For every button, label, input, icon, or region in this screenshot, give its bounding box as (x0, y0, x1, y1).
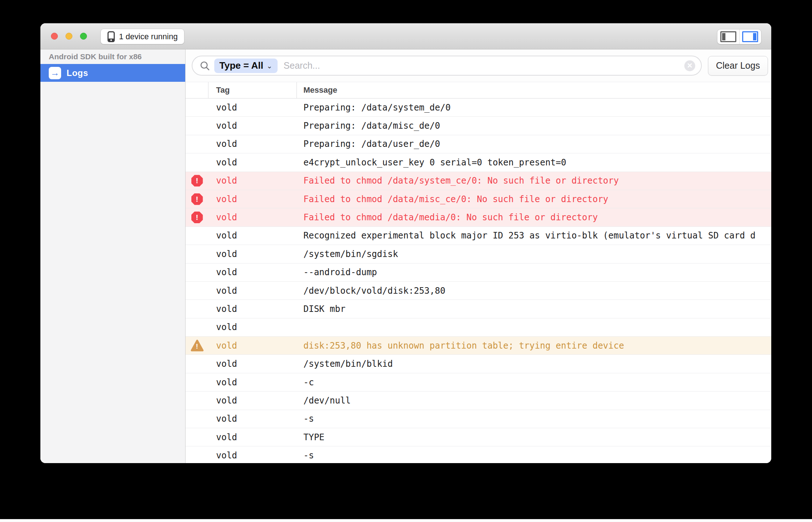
log-message: Recognized experimental block major ID 2… (297, 230, 771, 241)
level-icon-cell: ! ! (186, 193, 208, 205)
log-tag: vold (208, 377, 297, 388)
log-message: --android-dump (297, 267, 771, 277)
log-message: Failed to chmod /data/misc_ce/0: No such… (297, 194, 771, 204)
close-button[interactable] (51, 33, 58, 40)
log-tag: vold (208, 432, 297, 442)
right-panel-toggle-button[interactable] (739, 29, 761, 44)
log-message: /dev/block/vold/disk:253,80 (297, 286, 771, 296)
log-viewer-window: 1 device running Android SDK built for x… (40, 23, 771, 463)
error-octagon-icon: ! (191, 175, 203, 186)
search-toolbar: Type = All ⌄ ✕ Clear Logs (186, 49, 771, 82)
log-message: -c (297, 377, 771, 388)
sidebar-item-logs[interactable]: → Logs (40, 64, 185, 82)
log-tag: vold (208, 322, 297, 332)
log-message: TYPE (297, 432, 771, 442)
panel-left-toggle-icon (720, 31, 736, 42)
clear-search-button[interactable]: ✕ (684, 60, 695, 71)
log-row[interactable]: ! ! vold -s (186, 410, 771, 428)
search-field[interactable]: Type = All ⌄ ✕ (192, 56, 702, 76)
panel-toggle-group (717, 29, 761, 44)
log-row[interactable]: ! ! vold /dev/null (186, 392, 771, 410)
clear-logs-label: Clear Logs (716, 60, 760, 71)
search-icon (200, 61, 210, 71)
error-octagon-icon: ! (191, 212, 203, 223)
log-row[interactable]: ! ! vold /dev/block/vold/disk:253,80 (186, 282, 771, 300)
device-running-button[interactable]: 1 device running (100, 29, 184, 44)
log-tag: vold (208, 395, 297, 406)
zoom-button[interactable] (80, 33, 87, 40)
log-message: Preparing: /data/system_de/0 (297, 103, 771, 113)
log-tag: vold (208, 230, 297, 241)
column-header-tag[interactable]: Tag (208, 82, 297, 98)
log-row[interactable]: ! ! vold DISK mbr (186, 300, 771, 318)
screen-bottom-strip (0, 519, 812, 522)
phone-icon (107, 31, 115, 42)
search-input[interactable] (284, 60, 684, 71)
log-tag: vold (208, 212, 297, 222)
log-row[interactable]: ! ! vold -s (186, 446, 771, 463)
log-tag: vold (208, 286, 297, 296)
log-row[interactable]: ! ! vold Failed to chmod /data/misc_ce/0… (186, 190, 771, 208)
arrow-right-icon: → (49, 67, 61, 79)
log-row[interactable]: ! ! vold -c (186, 373, 771, 392)
level-icon-cell: ! ! (186, 212, 208, 223)
log-tag: vold (208, 157, 297, 168)
sidebar-item-label: Logs (67, 68, 88, 78)
log-message: -s (297, 414, 771, 424)
log-message: /system/bin/blkid (297, 359, 771, 369)
log-row[interactable]: ! ! vold --android-dump (186, 264, 771, 282)
desktop-background: 1 device running Android SDK built for x… (0, 0, 812, 522)
panel-right-toggle-icon (742, 31, 758, 42)
log-row[interactable]: ! ! vold Failed to chmod /data/system_ce… (186, 172, 771, 190)
sidebar: Android SDK built for x86 → Logs (40, 49, 186, 463)
log-panel: Type = All ⌄ ✕ Clear Logs Tag Message (186, 49, 771, 463)
log-tag: vold (208, 414, 297, 424)
log-row[interactable]: ! ! vold Preparing: /data/system_de/0 (186, 99, 771, 117)
window-controls (51, 33, 87, 40)
log-row[interactable]: ! ! vold /system/bin/blkid (186, 355, 771, 373)
level-icon-cell: ! ! (186, 340, 208, 352)
device-running-label: 1 device running (119, 32, 178, 41)
warning-triangle-icon: ! (191, 340, 204, 352)
log-row[interactable]: ! ! vold Recognized experimental block m… (186, 227, 771, 245)
log-tag: vold (208, 194, 297, 204)
log-message: /system/bin/sgdisk (297, 249, 771, 259)
log-row[interactable]: ! ! vold /system/bin/sgdisk (186, 245, 771, 263)
device-name-header: Android SDK built for x86 (40, 49, 185, 64)
column-header-message[interactable]: Message (297, 82, 771, 98)
log-tag: vold (208, 103, 297, 113)
log-tag: vold (208, 359, 297, 369)
log-tag: vold (208, 267, 297, 277)
log-message: DISK mbr (297, 304, 771, 314)
log-message: Failed to chmod /data/media/0: No such f… (297, 212, 771, 222)
log-tag: vold (208, 176, 297, 186)
log-row[interactable]: ! ! vold Failed to chmod /data/media/0: … (186, 208, 771, 226)
log-message: -s (297, 450, 771, 461)
column-header-level (186, 82, 208, 98)
log-message: disk:253,80 has unknown partition table;… (297, 341, 771, 351)
log-tag: vold (208, 341, 297, 351)
log-message: /dev/null (297, 395, 771, 406)
minimize-button[interactable] (65, 33, 72, 40)
log-tag: vold (208, 121, 297, 131)
log-tag: vold (208, 139, 297, 149)
log-row[interactable]: ! ! vold e4crypt_unlock_user_key 0 seria… (186, 153, 771, 172)
log-tag: vold (208, 249, 297, 259)
log-message: Failed to chmod /data/system_ce/0: No su… (297, 176, 771, 186)
log-message: Preparing: /data/user_de/0 (297, 139, 771, 149)
type-filter-chip[interactable]: Type = All ⌄ (214, 59, 278, 73)
table-header: Tag Message (186, 82, 771, 99)
log-row[interactable]: ! ! vold disk:253,80 has unknown partiti… (186, 337, 771, 355)
clear-logs-button[interactable]: Clear Logs (708, 56, 768, 76)
log-message: Preparing: /data/misc_de/0 (297, 121, 771, 131)
log-row[interactable]: ! ! vold Preparing: /data/misc_de/0 (186, 117, 771, 135)
log-row[interactable]: ! ! vold (186, 318, 771, 337)
chevron-down-icon: ⌄ (267, 62, 272, 70)
log-rows: ! ! vold Preparing: /data/system_de/0 ! … (186, 99, 771, 463)
left-panel-toggle-button[interactable] (717, 29, 739, 44)
log-row[interactable]: ! ! vold Preparing: /data/user_de/0 (186, 135, 771, 153)
log-message: e4crypt_unlock_user_key 0 serial=0 token… (297, 157, 771, 168)
type-filter-label: Type = All (219, 60, 263, 71)
log-row[interactable]: ! ! vold TYPE (186, 428, 771, 446)
error-octagon-icon: ! (191, 193, 203, 205)
